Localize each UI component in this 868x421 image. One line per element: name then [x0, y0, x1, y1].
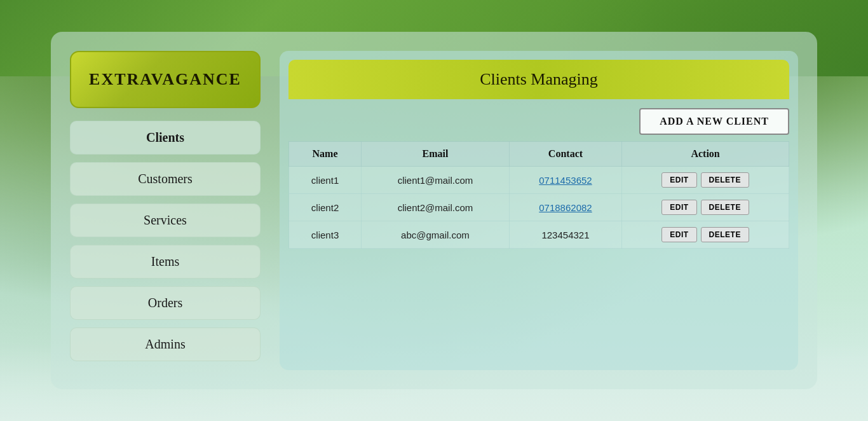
add-btn-row: ADD A NEW CLIENT — [280, 99, 798, 141]
page-title: Clients Managing — [480, 70, 598, 88]
col-header-name: Name — [289, 142, 362, 167]
cell-email: abc@gmail.com — [362, 221, 510, 249]
cell-contact: 0718862082 — [509, 194, 621, 221]
sidebar: EXTRAVAGANCE Clients Customers Services … — [70, 51, 261, 370]
cell-action: EDITDELETE — [622, 194, 789, 221]
sidebar-item-clients[interactable]: Clients — [70, 121, 261, 155]
edit-button[interactable]: EDIT — [661, 227, 696, 242]
sidebar-item-services[interactable]: Services — [70, 204, 261, 237]
col-header-email: Email — [362, 142, 510, 167]
sidebar-item-items[interactable]: Items — [70, 245, 261, 279]
content-area: Clients Managing ADD A NEW CLIENT Name E… — [280, 51, 798, 370]
col-header-contact: Contact — [509, 142, 621, 167]
delete-button[interactable]: DELETE — [701, 200, 749, 215]
delete-button[interactable]: DELETE — [701, 227, 749, 242]
table-row: client2client2@mail.com0718862082EDITDEL… — [289, 194, 789, 221]
cell-email: client1@mail.com — [362, 167, 510, 194]
table-row: client1client1@mail.com0711453652EDITDEL… — [289, 167, 789, 194]
col-header-action: Action — [622, 142, 789, 167]
table-row: client3abc@gmail.com123454321EDITDELETE — [289, 221, 789, 249]
main-container: EXTRAVAGANCE Clients Customers Services … — [51, 32, 817, 389]
cell-name: client3 — [289, 221, 362, 249]
edit-button[interactable]: EDIT — [661, 200, 696, 215]
cell-action: EDITDELETE — [622, 167, 789, 194]
sidebar-item-admins[interactable]: Admins — [70, 328, 261, 361]
clients-table: Name Email Contact Action client1client1… — [288, 141, 789, 249]
cell-contact: 123454321 — [509, 221, 621, 249]
cell-contact: 0711453652 — [509, 167, 621, 194]
app-logo: EXTRAVAGANCE — [89, 70, 241, 88]
add-new-client-button[interactable]: ADD A NEW CLIENT — [639, 108, 789, 135]
cell-name: client1 — [289, 167, 362, 194]
delete-button[interactable]: DELETE — [701, 172, 749, 188]
sidebar-item-orders[interactable]: Orders — [70, 286, 261, 320]
cell-action: EDITDELETE — [622, 221, 789, 249]
table-header-row: Name Email Contact Action — [289, 142, 789, 167]
sidebar-item-customers[interactable]: Customers — [70, 162, 261, 196]
logo-box: EXTRAVAGANCE — [70, 51, 261, 108]
cell-email: client2@mail.com — [362, 194, 510, 221]
page-title-bar: Clients Managing — [288, 60, 789, 99]
cell-name: client2 — [289, 194, 362, 221]
edit-button[interactable]: EDIT — [661, 172, 696, 188]
